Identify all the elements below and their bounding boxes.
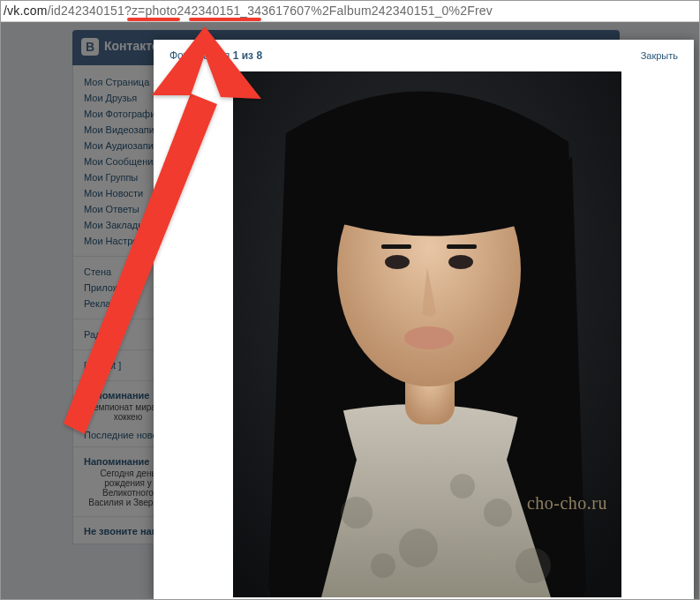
address-bar[interactable]: /vk.com/id242340151?z=photo242340151_343… (0, 0, 700, 22)
svg-point-12 (371, 553, 395, 578)
url-path: /id242340151?z=photo242340151_343617607%… (48, 4, 493, 18)
svg-point-8 (341, 497, 373, 529)
svg-point-3 (385, 255, 410, 269)
svg-rect-5 (381, 244, 411, 249)
svg-point-13 (516, 548, 551, 583)
photo-counter-prefix: Фотография (169, 49, 233, 62)
url-prefix: /vk.com (4, 4, 48, 18)
photo[interactable] (233, 71, 621, 597)
svg-point-10 (484, 499, 512, 527)
svg-rect-6 (447, 244, 477, 249)
photo-svg (233, 71, 621, 597)
close-button[interactable]: Закрыть (641, 40, 678, 71)
svg-point-7 (404, 326, 454, 349)
url-highlight-1 (127, 18, 180, 21)
photo-viewer: Фотография 1 из 8 Закрыть (154, 40, 694, 600)
svg-point-9 (399, 529, 438, 567)
photo-viewer-header: Фотография 1 из 8 Закрыть (154, 40, 694, 71)
photo-counter: Фотография 1 из 8 (169, 40, 262, 71)
svg-point-4 (448, 255, 473, 269)
url-highlight-2 (189, 18, 261, 21)
photo-counter-value: 1 из 8 (233, 49, 262, 62)
svg-point-11 (450, 474, 475, 499)
